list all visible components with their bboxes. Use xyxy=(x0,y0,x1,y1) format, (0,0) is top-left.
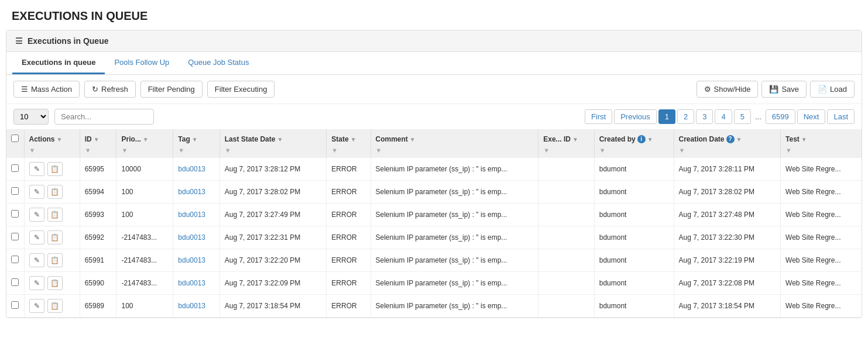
pagination-previous[interactable]: Previous xyxy=(614,109,657,124)
col-tag: Tag ▼ xyxy=(173,130,219,145)
tag-link[interactable]: bdu0013 xyxy=(178,211,205,219)
pagination-page-2[interactable]: 2 xyxy=(677,109,694,124)
tab-executions-in-queue[interactable]: Executions in queue xyxy=(12,52,105,74)
save-button[interactable]: 💾 Save xyxy=(761,81,807,98)
edit-button[interactable]: ✎ xyxy=(29,208,44,222)
row-id: 65994 xyxy=(80,181,116,204)
row-checkbox[interactable] xyxy=(11,233,19,240)
row-last-state-date: Aug 7, 2017 3:22:09 PM xyxy=(219,272,327,295)
row-comment: Selenium IP parameter (ss_ip) : " is emp… xyxy=(370,204,538,226)
row-creation-date: Aug 7, 2017 3:22:08 PM xyxy=(674,272,781,295)
col-id-sort-icon[interactable]: ▼ xyxy=(94,136,100,143)
search-input[interactable] xyxy=(54,109,154,125)
tab-pools-follow-up[interactable]: Pools Follow Up xyxy=(105,52,179,74)
col-created-by-sort-icon[interactable]: ▼ xyxy=(647,136,653,143)
pagination-next[interactable]: Next xyxy=(797,109,826,124)
row-priority: 100 xyxy=(116,181,173,204)
edit-button[interactable]: ✎ xyxy=(29,185,44,199)
tab-queue-job-status[interactable]: Queue Job Status xyxy=(179,52,258,74)
col-test: Test ▼ xyxy=(781,130,862,145)
edit-button[interactable]: ✎ xyxy=(29,162,44,176)
tag-link[interactable]: bdu0013 xyxy=(178,165,205,173)
tag-link[interactable]: bdu0013 xyxy=(178,279,205,287)
col-tag-sort-icon[interactable]: ▼ xyxy=(192,136,198,143)
pagination-last[interactable]: Last xyxy=(827,109,855,124)
row-checkbox[interactable] xyxy=(11,187,19,195)
row-actions-cell: ✎ 📋 xyxy=(24,295,80,318)
row-checkbox-cell xyxy=(6,204,24,226)
pagination-page-5[interactable]: 5 xyxy=(734,109,751,124)
row-exec-id xyxy=(538,295,594,318)
col-actions-sort-icon[interactable]: ▼ xyxy=(57,136,63,143)
created-by-info-icon[interactable]: i xyxy=(637,135,646,143)
row-test: Web Site Regre... xyxy=(781,249,862,272)
filter-executing-button[interactable]: Filter Executing xyxy=(207,81,275,98)
row-created-by: bdumont xyxy=(594,295,674,318)
row-checkbox[interactable] xyxy=(11,301,19,309)
col-last-state-date-label: Last State Date xyxy=(225,135,276,143)
tag-link[interactable]: bdu0013 xyxy=(178,302,205,310)
col-last-state-date-sort-icon[interactable]: ▼ xyxy=(277,136,283,143)
copy-button[interactable]: 📋 xyxy=(47,230,63,244)
panel-header-icon: ☰ xyxy=(15,36,23,46)
creation-date-info-icon[interactable]: ? xyxy=(726,135,735,143)
col-state-sort-icon[interactable]: ▼ xyxy=(351,136,356,143)
col-creation-date-sort-icon[interactable]: ▼ xyxy=(736,136,742,143)
row-checkbox[interactable] xyxy=(11,256,19,263)
pagination-last-page[interactable]: 6599 xyxy=(766,109,795,124)
row-test: Web Site Regre... xyxy=(781,181,862,204)
col-exec-id: Exe... ID ▼ xyxy=(538,130,594,145)
col-test-sort-icon[interactable]: ▼ xyxy=(801,136,807,143)
edit-button[interactable]: ✎ xyxy=(29,253,44,267)
filter-pending-button[interactable]: Filter Pending xyxy=(140,81,203,98)
copy-button[interactable]: 📋 xyxy=(47,185,63,199)
filter-state-col: ▼ xyxy=(327,145,370,158)
copy-button[interactable]: 📋 xyxy=(47,208,63,222)
col-priority-sort-icon[interactable]: ▼ xyxy=(143,136,149,143)
filter-priority-icon: ▼ xyxy=(121,147,128,154)
row-actions-cell: ✎ 📋 xyxy=(24,249,80,272)
filter-exec-id-col: ▼ xyxy=(538,145,594,158)
executions-table: Actions ▼ ID ▼ Prio... ▼ xyxy=(6,130,862,318)
copy-button[interactable]: 📋 xyxy=(47,162,63,176)
select-all-checkbox[interactable] xyxy=(11,135,19,142)
row-checkbox[interactable] xyxy=(11,164,19,172)
filter-comment-icon: ▼ xyxy=(376,147,382,154)
pagination-first[interactable]: First xyxy=(585,109,612,124)
filter-checkbox-col xyxy=(6,145,24,158)
col-comment-sort-icon[interactable]: ▼ xyxy=(410,136,416,143)
col-state-label: State xyxy=(331,135,348,143)
filter-pending-label: Filter Pending xyxy=(148,85,195,94)
tag-link[interactable]: bdu0013 xyxy=(178,188,205,196)
table-row: ✎ 📋 65989 100 bdu0013 Aug 7, 2017 3:18:5… xyxy=(6,295,862,318)
table-container: Actions ▼ ID ▼ Prio... ▼ xyxy=(6,130,862,318)
row-exec-id xyxy=(538,158,594,181)
copy-button[interactable]: 📋 xyxy=(47,299,63,313)
table-filter-row: ▼ ▼ ▼ ▼ ▼ ▼ ▼ ▼ ▼ ▼ ▼ xyxy=(6,145,862,158)
row-created-by: bdumont xyxy=(594,204,674,226)
pagination-page-3[interactable]: 3 xyxy=(696,109,713,124)
pagination-page-1[interactable]: 1 xyxy=(658,109,675,124)
copy-button[interactable]: 📋 xyxy=(47,276,63,290)
row-checkbox[interactable] xyxy=(11,278,19,286)
edit-button[interactable]: ✎ xyxy=(29,230,44,244)
table-body: ✎ 📋 65995 10000 bdu0013 Aug 7, 2017 3:28… xyxy=(6,158,862,318)
per-page-select[interactable]: 10 25 50 100 xyxy=(13,109,49,125)
tag-link[interactable]: bdu0013 xyxy=(178,233,205,242)
row-creation-date: Aug 7, 2017 3:18:54 PM xyxy=(674,295,781,318)
row-state: ERROR xyxy=(327,226,370,249)
mass-action-button[interactable]: ☰ Mass Action xyxy=(13,81,80,98)
pagination-page-4[interactable]: 4 xyxy=(715,109,732,124)
row-checkbox[interactable] xyxy=(11,210,19,218)
col-comment-label: Comment xyxy=(376,135,408,143)
show-hide-button[interactable]: ⚙ Show/Hide xyxy=(697,81,759,98)
edit-button[interactable]: ✎ xyxy=(29,276,44,290)
edit-button[interactable]: ✎ xyxy=(29,299,44,313)
load-button[interactable]: 📄 Load xyxy=(810,81,855,98)
tag-link[interactable]: bdu0013 xyxy=(178,256,205,264)
col-exec-id-sort-icon[interactable]: ▼ xyxy=(572,136,578,143)
refresh-button[interactable]: ↻ Refresh xyxy=(84,81,136,98)
copy-button[interactable]: 📋 xyxy=(47,253,63,267)
col-id: ID ▼ xyxy=(80,130,116,145)
row-tag: bdu0013 xyxy=(173,249,219,272)
